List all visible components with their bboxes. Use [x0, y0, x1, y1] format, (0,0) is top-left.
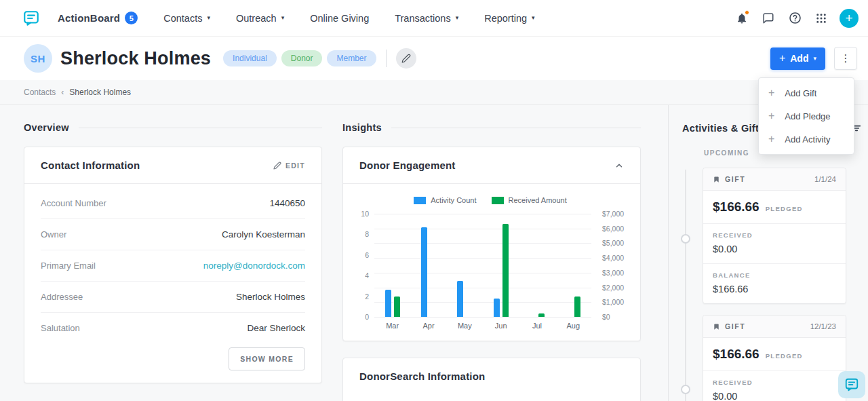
chat-bubble-icon — [762, 12, 774, 24]
gift-type-label: GIFT — [725, 175, 745, 183]
contact-fields: Account Number 1440650 Owner Carolyn Koe… — [24, 184, 321, 346]
add-button[interactable]: + Add ▾ — [770, 47, 825, 70]
gift-amount: $166.66 — [713, 347, 760, 362]
bookmark-icon — [713, 176, 720, 183]
show-more-button[interactable]: SHOW MORE — [229, 347, 305, 370]
gift-amount-tag: PLEDGED — [766, 352, 803, 360]
menu-item-add-gift[interactable]: + Add Gift — [759, 81, 854, 104]
gift-received-section: RECEIVED $0.00 — [703, 370, 846, 401]
timeline-dot — [681, 385, 690, 394]
nav-online-giving-label: Online Giving — [310, 13, 369, 24]
field-primary-email: Primary Email noreply@donordock.com — [41, 250, 305, 282]
field-value: 1440650 — [269, 198, 305, 208]
field-salutation: Salutation Dear Sherlock — [41, 313, 305, 343]
grid-dots-icon — [815, 12, 827, 24]
field-owner: Owner Carolyn Koesterman — [41, 219, 305, 250]
tag-member: Member — [327, 50, 376, 66]
gift-section-label: BALANCE — [713, 271, 836, 279]
tag-donor: Donor — [281, 50, 323, 66]
breadcrumb-contacts-link[interactable]: Contacts — [24, 88, 56, 97]
nav-online-giving[interactable]: Online Giving — [310, 13, 369, 24]
messages-button[interactable] — [760, 10, 776, 26]
email-link[interactable]: noreply@donordock.com — [203, 261, 305, 271]
chevron-down-icon: ▾ — [532, 15, 535, 21]
gift-section-value: $166.66 — [713, 284, 836, 294]
pencil-icon — [273, 161, 281, 170]
gift-type: GIFT — [713, 175, 745, 183]
gift-card[interactable]: GIFT 12/1/23 $166.66 PLEDGED RECEIVED $0… — [703, 315, 846, 401]
plus-icon: + — [768, 88, 774, 98]
edit-contact-button[interactable] — [396, 48, 416, 69]
menu-item-add-activity[interactable]: + Add Activity — [759, 128, 854, 151]
nav-actionboard[interactable]: ActionBoard 5 — [58, 12, 138, 24]
gift-card[interactable]: GIFT 1/1/24 $166.66 PLEDGED RECEIVED $0.… — [703, 168, 846, 304]
gift-type-label: GIFT — [725, 322, 745, 330]
contact-information-card-header: Contact Information EDIT — [24, 147, 321, 184]
chart-right-ticks: $7,000$6,000$5,000$4,000$3,000$2,000$1,0… — [597, 214, 628, 317]
chart-plot — [374, 214, 591, 317]
nav-outreach[interactable]: Outreach ▾ — [236, 13, 284, 24]
edit-label: EDIT — [285, 161, 305, 170]
divider — [386, 50, 387, 67]
nav-contacts[interactable]: Contacts ▾ — [163, 13, 210, 24]
app: ActionBoard 5 Contacts ▾ Outreach ▾ Onli… — [0, 0, 868, 401]
chart-legend: Activity CountReceived Amount — [353, 196, 628, 204]
chart-left-ticks: 1086420 — [353, 214, 369, 317]
plus-icon: + — [768, 111, 774, 121]
help-button[interactable] — [787, 10, 803, 26]
nav-utilities: + — [734, 9, 861, 28]
question-circle-icon — [789, 12, 802, 24]
overview-heading-label: Overview — [24, 122, 69, 133]
app-logo-icon — [22, 9, 40, 27]
nav-transactions-label: Transactions — [395, 13, 450, 24]
bookmark-icon — [713, 323, 720, 330]
nav-actionboard-label: ActionBoard — [58, 12, 120, 24]
contact-information-title: Contact Information — [41, 159, 140, 171]
menu-item-label: Add Activity — [785, 134, 830, 145]
notifications-bell-button[interactable] — [734, 10, 750, 26]
chevron-down-icon: ▾ — [456, 15, 459, 21]
nav-items: ActionBoard 5 Contacts ▾ Outreach ▾ Onli… — [58, 12, 535, 24]
chat-widget-icon — [844, 377, 859, 392]
chevron-down-icon: ▾ — [813, 56, 816, 62]
collapse-card-button[interactable] — [614, 161, 624, 170]
field-value: Carolyn Koesterman — [222, 229, 305, 240]
menu-item-label: Add Gift — [785, 88, 816, 98]
gift-amount-row: $166.66 PLEDGED — [703, 338, 846, 370]
gift-amount-tag: PLEDGED — [766, 205, 803, 212]
contact-tags: Individual Donor Member — [223, 50, 376, 66]
gift-type: GIFT — [713, 322, 745, 330]
edit-contact-information-button[interactable]: EDIT — [273, 161, 305, 170]
apps-grid-button[interactable] — [813, 10, 829, 26]
overview-heading: Overview — [24, 122, 322, 133]
nav-transactions[interactable]: Transactions ▾ — [395, 13, 458, 24]
field-label: Account Number — [41, 198, 106, 208]
quick-add-button[interactable]: + — [840, 9, 859, 28]
brand[interactable] — [22, 9, 40, 27]
avatar: SH — [24, 44, 52, 73]
field-account-number: Account Number 1440650 — [41, 188, 305, 219]
page-title: Sherlock Holmes — [60, 48, 211, 69]
top-nav: ActionBoard 5 Contacts ▾ Outreach ▾ Onli… — [0, 0, 868, 37]
more-options-button[interactable]: ⋮ — [834, 47, 857, 70]
gift-received-section: RECEIVED $0.00 — [703, 223, 846, 263]
gift-balance-section: BALANCE $166.66 — [703, 263, 846, 303]
field-label: Owner — [41, 229, 66, 240]
gift-section-label: RECEIVED — [713, 379, 836, 386]
gift-section-value: $0.00 — [713, 391, 836, 401]
gift-amount: $166.66 — [713, 199, 760, 214]
donorsearch-title: DonorSearch Information — [359, 370, 485, 382]
tag-individual: Individual — [223, 50, 277, 66]
kebab-icon: ⋮ — [841, 52, 851, 64]
add-button-label: Add — [790, 53, 808, 64]
nav-reporting[interactable]: Reporting ▾ — [484, 13, 534, 24]
help-chat-widget[interactable] — [838, 371, 865, 398]
main-content: Overview Contact Information EDIT Accoun… — [0, 105, 868, 401]
chart-month-labels: MarAprMayJunJulAug — [374, 322, 591, 330]
menu-item-add-pledge[interactable]: + Add Pledge — [759, 104, 854, 128]
field-label: Addressee — [41, 292, 83, 302]
divider — [391, 128, 641, 128]
gift-date: 1/1/24 — [814, 175, 836, 183]
menu-item-label: Add Pledge — [785, 111, 830, 121]
donor-engagement-title: Donor Engagement — [359, 159, 456, 171]
